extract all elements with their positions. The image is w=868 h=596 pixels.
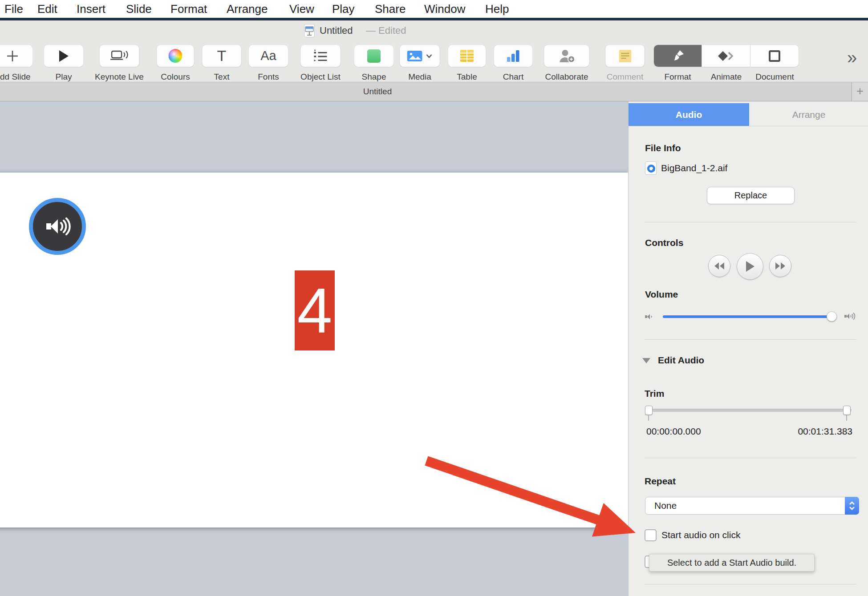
- divider: [645, 458, 856, 458]
- keynote-document-icon: [304, 24, 315, 37]
- slide-number-shape[interactable]: 4: [295, 270, 335, 350]
- media-button[interactable]: Media: [400, 44, 440, 82]
- paintbrush-icon: [671, 49, 685, 63]
- menu-window[interactable]: Window: [424, 0, 465, 18]
- play-audio-button[interactable]: [737, 253, 763, 280]
- menu-format[interactable]: Format: [170, 0, 207, 18]
- volume-slider-track[interactable]: [663, 315, 836, 318]
- title-bar: Untitled — Edited: [0, 20, 868, 41]
- chart-icon[interactable]: [494, 44, 533, 67]
- menu-file[interactable]: File: [4, 0, 23, 18]
- slide-number-text: 4: [297, 279, 333, 342]
- speaker-icon: [43, 212, 72, 241]
- edit-audio-heading: Edit Audio: [658, 355, 704, 366]
- document-icon: [769, 50, 780, 62]
- document-title: Untitled: [320, 20, 353, 41]
- chevron-down-icon: [426, 54, 433, 58]
- document-tab-bar: Untitled +: [0, 82, 868, 101]
- tab-audio[interactable]: Audio: [629, 103, 749, 126]
- tooltip-text: Select to add a Start Audio build.: [667, 558, 796, 568]
- menu-help[interactable]: Help: [485, 0, 509, 18]
- table-icon[interactable]: [448, 44, 486, 67]
- play-button[interactable]: Play: [44, 44, 84, 82]
- toolbar: Add Slide Play Keynote Live: [0, 41, 868, 82]
- audio-object[interactable]: [29, 198, 86, 255]
- menu-bar: File Edit Insert Slide Format Arrange Vi…: [0, 0, 868, 18]
- controls-heading: Controls: [645, 238, 683, 248]
- format-button[interactable]: [654, 45, 702, 67]
- play-icon[interactable]: [44, 44, 84, 67]
- toolbar-overflow-chevron-icon[interactable]: »: [847, 46, 857, 69]
- volume-slider-thumb[interactable]: [827, 311, 837, 322]
- text-button[interactable]: T Text: [202, 44, 242, 82]
- collaborate-icon[interactable]: [544, 44, 590, 67]
- volume-min-icon: [645, 312, 654, 321]
- colours-button[interactable]: Colours: [157, 44, 195, 82]
- animate-diamond-icon: [718, 50, 734, 62]
- text-icon[interactable]: T: [202, 44, 242, 67]
- file-info-heading: File Info: [645, 143, 681, 153]
- start-audio-on-click-label: Start audio on click: [661, 530, 740, 540]
- fonts-button[interactable]: Aa Fonts: [248, 44, 288, 82]
- volume-slider-fill: [663, 315, 832, 318]
- audio-file-row: BigBand_1-2.aif: [645, 161, 727, 175]
- add-slide-button[interactable]: Add Slide: [0, 44, 33, 82]
- volume-slider-row: [629, 310, 868, 325]
- dropdown-stepper-icon[interactable]: [845, 497, 859, 515]
- animate-button[interactable]: [702, 45, 750, 67]
- divider: [645, 584, 856, 584]
- trim-heading: Trim: [645, 388, 664, 399]
- repeat-dropdown[interactable]: None: [645, 497, 859, 515]
- audio-file-icon: [645, 161, 657, 175]
- menu-edit[interactable]: Edit: [37, 0, 57, 18]
- trim-slider[interactable]: [645, 405, 852, 423]
- document-tab[interactable]: Untitled: [363, 82, 392, 101]
- comment-icon[interactable]: [605, 44, 645, 67]
- object-list-icon[interactable]: [300, 44, 341, 67]
- divider: [645, 222, 856, 222]
- trim-end-handle[interactable]: [843, 406, 851, 415]
- trim-end-time: 00:01:31.383: [798, 426, 852, 437]
- repeat-dropdown-value: None: [654, 497, 677, 514]
- replace-button[interactable]: Replace: [707, 187, 795, 204]
- menu-view[interactable]: View: [289, 0, 314, 18]
- edit-audio-disclosure-triangle[interactable]: [642, 358, 650, 363]
- fonts-icon[interactable]: Aa: [248, 44, 288, 67]
- menu-arrange[interactable]: Arrange: [227, 0, 268, 18]
- document-button[interactable]: [750, 45, 799, 67]
- comment-button[interactable]: Comment: [605, 44, 645, 82]
- inspector-segmented-control: Format Animate Document: [653, 44, 799, 82]
- document-edited-status: — Edited: [366, 20, 406, 41]
- keynote-live-icon[interactable]: [99, 44, 139, 67]
- colour-wheel-icon[interactable]: [157, 44, 195, 67]
- rewind-button[interactable]: [708, 255, 730, 277]
- divider: [645, 339, 856, 340]
- menu-share[interactable]: Share: [375, 0, 406, 18]
- tab-arrange[interactable]: Arrange: [749, 103, 868, 126]
- menu-insert[interactable]: Insert: [77, 0, 105, 18]
- keynote-live-button[interactable]: Keynote Live: [95, 44, 144, 82]
- shape-icon[interactable]: [354, 44, 394, 67]
- slide-canvas: 4: [0, 101, 628, 596]
- chart-button[interactable]: Chart: [494, 44, 533, 82]
- play-icon: [745, 260, 755, 273]
- plus-icon[interactable]: [0, 44, 33, 67]
- new-tab-button[interactable]: +: [852, 82, 868, 101]
- inspector-tabs: Audio Arrange: [629, 103, 868, 126]
- table-button[interactable]: Table: [448, 44, 486, 82]
- trim-start-handle[interactable]: [645, 406, 653, 415]
- menu-slide[interactable]: Slide: [126, 0, 152, 18]
- tooltip: Select to add a Start Audio build.: [649, 554, 815, 572]
- menu-play[interactable]: Play: [332, 0, 355, 18]
- trim-start-time: 00:00:00.000: [646, 426, 701, 437]
- rewind-icon: [714, 262, 725, 270]
- collaborate-button[interactable]: Collaborate: [544, 44, 590, 82]
- trim-slider-track: [646, 409, 852, 412]
- audio-filename: BigBand_1-2.aif: [661, 163, 727, 173]
- fast-forward-button[interactable]: [769, 255, 791, 277]
- object-list-button[interactable]: Object List: [300, 44, 341, 82]
- shape-button[interactable]: Shape: [354, 44, 394, 82]
- start-audio-on-click-checkbox[interactable]: [645, 529, 657, 541]
- format-inspector: Audio Arrange File Info BigBand_1-2.aif …: [628, 101, 868, 596]
- media-icon[interactable]: [400, 44, 440, 67]
